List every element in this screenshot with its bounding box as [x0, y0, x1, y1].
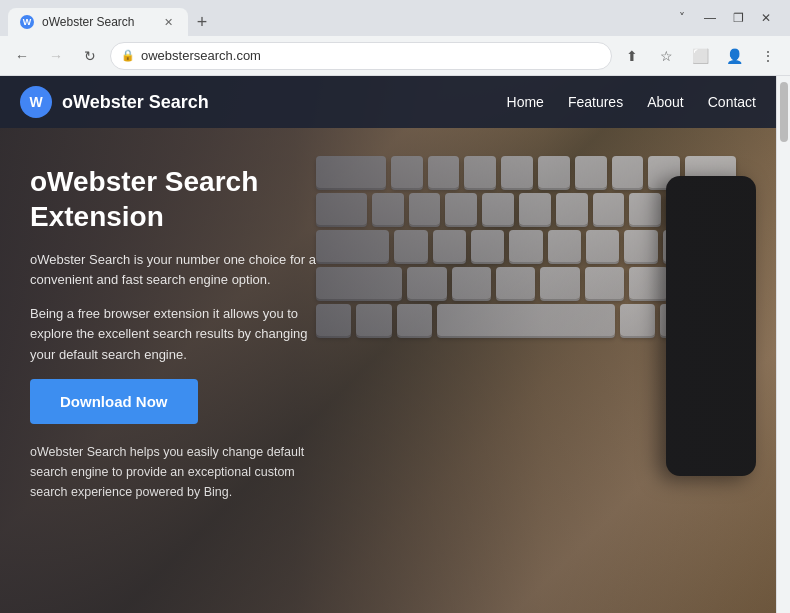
- nav-actions: ⬆ ☆ ⬜ 👤 ⋮: [618, 42, 782, 70]
- logo-icon: W: [20, 86, 52, 118]
- maximize-button[interactable]: ❐: [730, 10, 746, 26]
- address-bar[interactable]: 🔒 owebstersearch.com: [110, 42, 612, 70]
- nav-features[interactable]: Features: [568, 94, 623, 110]
- scrollbar[interactable]: [776, 76, 790, 613]
- tab-view-icon[interactable]: ⬜: [686, 42, 714, 70]
- forward-button[interactable]: →: [42, 42, 70, 70]
- new-tab-button[interactable]: +: [188, 8, 216, 36]
- site-logo: W oWebster Search: [20, 86, 209, 118]
- browser-nav-bar: ← → ↻ 🔒 owebstersearch.com ⬆ ☆ ⬜ 👤 ⋮: [0, 36, 790, 76]
- lock-icon: 🔒: [121, 49, 135, 62]
- scrollbar-thumb[interactable]: [780, 82, 788, 142]
- nav-about[interactable]: About: [647, 94, 684, 110]
- hero-footer-text: oWebster Search helps you easily change …: [30, 442, 330, 502]
- menu-icon[interactable]: ⋮: [754, 42, 782, 70]
- window-controls: ˅ — ❐ ✕: [674, 10, 782, 26]
- close-button[interactable]: ✕: [758, 10, 774, 26]
- tab-title: oWebster Search: [42, 15, 152, 29]
- browser-window: W oWebster Search ✕ + ˅ — ❐ ✕ ← → ↻ 🔒 ow…: [0, 0, 790, 613]
- website-content: W oWebster Search Home Features About Co…: [0, 76, 776, 613]
- browser-content-area: W oWebster Search Home Features About Co…: [0, 76, 790, 613]
- hero-content: oWebster Search Extension oWebster Searc…: [0, 128, 360, 522]
- nav-contact[interactable]: Contact: [708, 94, 756, 110]
- tab-close-button[interactable]: ✕: [160, 14, 176, 30]
- chevron-down-icon: ˅: [674, 10, 690, 26]
- back-button[interactable]: ←: [8, 42, 36, 70]
- hero-title: oWebster Search Extension: [30, 164, 330, 234]
- address-text: owebstersearch.com: [141, 48, 601, 63]
- hero-desc-1: oWebster Search is your number one choic…: [30, 250, 330, 290]
- download-now-button[interactable]: Download Now: [30, 379, 198, 424]
- tab-favicon: W: [20, 15, 34, 29]
- site-navbar: W oWebster Search Home Features About Co…: [0, 76, 776, 128]
- reload-button[interactable]: ↻: [76, 42, 104, 70]
- nav-home[interactable]: Home: [507, 94, 544, 110]
- minimize-button[interactable]: —: [702, 10, 718, 26]
- site-nav-links: Home Features About Contact: [507, 94, 756, 110]
- profile-icon[interactable]: 👤: [720, 42, 748, 70]
- bookmark-icon[interactable]: ☆: [652, 42, 680, 70]
- hero-desc-2: Being a free browser extension it allows…: [30, 304, 330, 364]
- tab-bar: W oWebster Search ✕ +: [8, 0, 216, 36]
- share-icon[interactable]: ⬆: [618, 42, 646, 70]
- active-tab[interactable]: W oWebster Search ✕: [8, 8, 188, 36]
- title-bar: W oWebster Search ✕ + ˅ — ❐ ✕: [0, 0, 790, 36]
- logo-text: oWebster Search: [62, 92, 209, 113]
